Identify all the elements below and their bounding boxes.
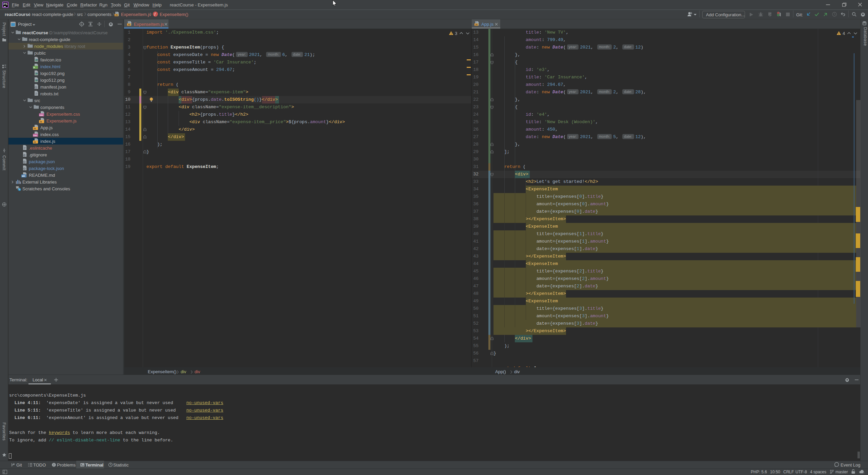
svg-text:JS: JS [475, 23, 478, 26]
svg-text:css: css [34, 134, 37, 136]
svg-text:JS: JS [127, 23, 130, 26]
svg-text:JS: JS [34, 141, 36, 143]
svg-text:css: css [40, 114, 43, 116]
svg-text:JS: JS [40, 121, 42, 123]
svg-text:JS: JS [115, 14, 118, 16]
svg-text:H: H [34, 66, 35, 69]
svg-text:JS: JS [34, 128, 36, 130]
svg-text:MD: MD [22, 175, 25, 177]
